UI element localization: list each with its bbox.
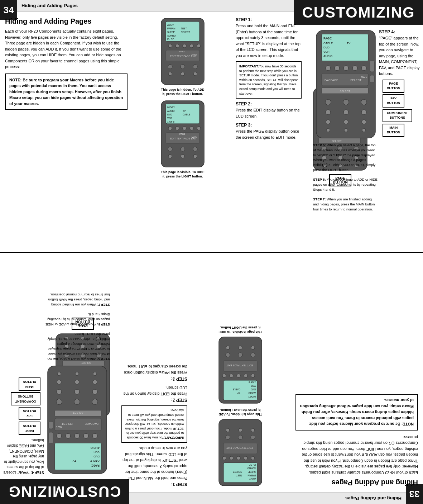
remote-hide-container-b: HIDE? AUDIO DVD VCR 1 OF 8 TV CABLE EDIT… (193, 325, 288, 405)
svg-point-37 (197, 127, 201, 130)
svg-text:VCR: VCR (323, 50, 330, 53)
svg-text:PAGE: PAGE (91, 464, 100, 467)
steps-5-7-text-b: STEP 5: When you select a page, the top … (43, 292, 111, 361)
fav-button-label: FAVBUTTON (383, 94, 404, 108)
svg-text:TV: TV (237, 392, 240, 394)
steps-1-3-column: STEP 1: Press and hold the MAIN and ENT … (233, 13, 304, 252)
svg-point-44 (181, 154, 184, 158)
svg-point-150 (251, 346, 255, 350)
important-box-b: IMPORTANT:You now have 30 seconds to per… (121, 405, 187, 443)
svg-point-103 (362, 120, 366, 124)
svg-text:AUDIO: AUDIO (91, 446, 100, 450)
svg-text:CABLE: CABLE (232, 388, 240, 391)
step4-label: STEP 4: (379, 29, 395, 34)
svg-point-148 (238, 353, 242, 357)
svg-rect-212 (49, 432, 53, 443)
svg-point-88 (361, 66, 366, 71)
svg-point-192 (66, 433, 71, 438)
svg-point-147 (251, 353, 255, 357)
remote-add-container: ADD? PARAM SLEEP SURRO P-LCD TEST SELECT… (135, 16, 230, 96)
svg-point-119 (244, 456, 247, 460)
page-33: 33 Hiding and Adding Pages CUSTOMIZING H… (0, 252, 423, 504)
svg-point-207 (75, 380, 80, 384)
svg-point-126 (238, 435, 242, 439)
svg-text:MAIN: MAIN (361, 76, 367, 79)
svg-point-200 (92, 399, 98, 405)
remote-add-svg-b: ADD? PARAM SLEEP SURRO P-LCD TEST SELECT… (217, 418, 264, 488)
svg-text:1 OF 8: 1 OF 8 (249, 381, 256, 384)
svg-point-96 (343, 99, 349, 105)
svg-point-87 (352, 66, 357, 71)
svg-text:HIDE?: HIDE? (248, 395, 256, 398)
caption-add: This page is hidden. To ADD it, press th… (159, 88, 206, 96)
svg-text:EDIT  TEXT  PAGE  EXIT: EDIT TEXT PAGE EXIT (226, 364, 253, 367)
svg-text:SELECT: SELECT (233, 471, 242, 473)
step5-b: STEP 5: When you select a page, the top … (45, 332, 110, 361)
svg-text:CABLE: CABLE (90, 459, 100, 462)
svg-point-140 (251, 374, 255, 377)
svg-text:SURRO: SURRO (167, 34, 176, 37)
svg-text:TV: TV (183, 110, 186, 112)
svg-text:AUDIO: AUDIO (248, 392, 256, 394)
remote-add-container-b: ADD? PARAM SLEEP SURRO P-LCD TEST SELECT… (193, 408, 288, 488)
body-text-bottom: Each of your RF20 Components actually co… (295, 434, 418, 476)
svg-point-143 (230, 374, 233, 377)
svg-point-43 (168, 154, 172, 158)
svg-text:PAGE: PAGE (323, 37, 332, 40)
svg-point-17 (181, 65, 185, 69)
svg-point-40 (168, 147, 172, 151)
button-labels-diagram: PAGEBUTTON FAVBUTTON COMPONENTBUTTONS MA… (383, 80, 420, 137)
caption-hide-b: This page is visible. To HIDE it, press … (217, 325, 264, 333)
svg-text:DVD: DVD (251, 388, 256, 391)
step4: STEP 4: "PAGE" appears at the top of the… (379, 29, 420, 77)
step4-b: STEP 4: "PAGE" appears at the top of the… (3, 438, 44, 475)
svg-point-141 (244, 374, 247, 377)
svg-point-21 (193, 72, 197, 76)
body-text-top: Each of your RF20 Components actually co… (5, 28, 128, 70)
large-remote-right: PAGE CABLE DVD VCR AUDIO TV FAV PAGE SEL… (312, 25, 380, 252)
title-bar-bottom: CUSTOMIZING (0, 479, 129, 504)
svg-text:FAV      PAGE: FAV PAGE (325, 79, 338, 82)
svg-text:PARAM: PARAM (167, 27, 176, 30)
svg-point-204 (75, 389, 80, 394)
svg-point-12 (190, 44, 193, 48)
caption-add-b: This page is hidden. To ADD it, press th… (217, 408, 264, 416)
page-divider (0, 252, 423, 253)
svg-point-209 (93, 372, 97, 376)
svg-point-35 (183, 127, 186, 130)
middle-column-top: ADD? PARAM SLEEP SURRO P-LCD TEST SELECT… (133, 13, 233, 252)
step3: STEP 3: Press the PAGE display button on… (236, 122, 302, 140)
step7-b: STEP 7: When you are finished adding and… (45, 292, 110, 307)
svg-point-9 (168, 44, 172, 48)
step1: STEP 1: Press and hold the MAIN and ENT … (236, 16, 302, 58)
svg-point-201 (74, 399, 80, 405)
svg-text:MAIN: MAIN (192, 136, 197, 138)
remote-hide-svg-b: HIDE? AUDIO DVD VCR 1 OF 8 TV CABLE EDIT… (217, 335, 264, 405)
svg-text:SELECT: SELECT (340, 90, 350, 93)
svg-point-95 (325, 99, 331, 105)
svg-point-128 (251, 428, 255, 432)
svg-text:FAV      PAGE: FAV PAGE (85, 422, 98, 425)
note-box-top: NOTE: Be sure to program your Macros bef… (5, 73, 128, 110)
svg-point-118 (251, 456, 255, 460)
svg-point-20 (181, 72, 184, 76)
svg-text:VCR: VCR (93, 451, 100, 454)
svg-point-33 (168, 127, 172, 130)
svg-text:SELECT: SELECT (181, 31, 190, 33)
svg-text:CABLE: CABLE (183, 113, 191, 116)
main-button-label: MAINBUTTON (383, 124, 404, 137)
section-title-top: Hiding and Adding Pages (5, 17, 128, 25)
header-text-bottom: Hiding and Adding Pages (345, 496, 402, 501)
note-box-bottom: NOTE: Be sure to program your Macros bef… (295, 394, 418, 431)
remote-add-svg: ADD? PARAM SLEEP SURRO P-LCD TEST SELECT… (159, 16, 206, 86)
step1-b: STEP 1: Press and hold the MAIN and ENT … (121, 446, 187, 488)
left-column-bottom: Hiding and Adding Pages Each of your RF2… (290, 252, 423, 491)
svg-text:SELECT: SELECT (350, 79, 361, 82)
svg-point-152 (226, 346, 230, 350)
svg-point-102 (344, 120, 348, 124)
svg-point-100 (361, 110, 366, 115)
steps-1-3-bottom: STEP 1: Press and hold the MAIN and ENT … (119, 252, 190, 491)
remote-large-right-svg-b: PAGE CABLE DVD VCR AUDIO TV FAV PAGE SEL… (46, 364, 109, 475)
svg-text:P-LCD: P-LCD (249, 463, 256, 466)
svg-text:TV: TV (73, 459, 77, 462)
